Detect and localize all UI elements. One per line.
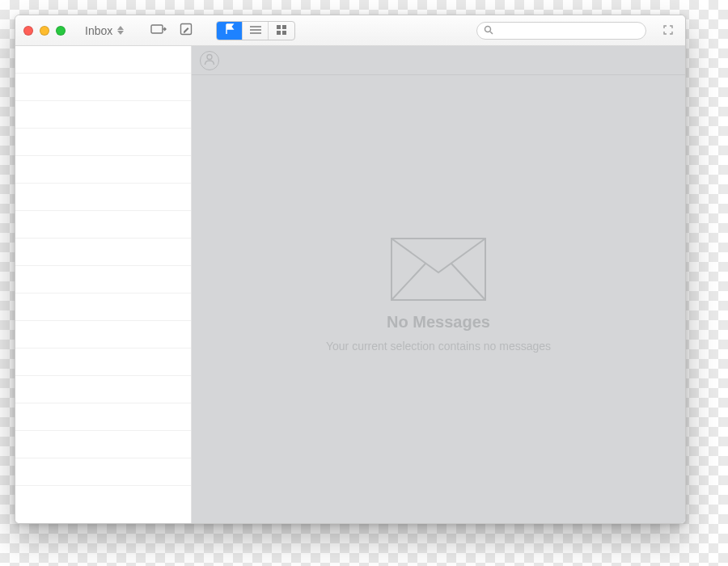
list-item[interactable] xyxy=(15,239,191,266)
mailbox-label: Inbox xyxy=(85,24,112,37)
toolbar-actions xyxy=(145,21,200,40)
list-item[interactable] xyxy=(15,431,191,458)
avatar xyxy=(200,51,219,70)
svg-rect-7 xyxy=(277,31,281,35)
list-item[interactable] xyxy=(15,46,191,74)
list-item[interactable] xyxy=(15,321,191,348)
list-item[interactable] xyxy=(15,376,191,403)
svg-point-9 xyxy=(485,26,491,32)
svg-line-10 xyxy=(490,32,493,34)
fullscreen-icon xyxy=(663,23,673,38)
list-item[interactable] xyxy=(15,294,191,321)
view-mode-segmented xyxy=(216,21,295,40)
list-item[interactable] xyxy=(15,101,191,129)
view-flag-button[interactable] xyxy=(217,22,243,40)
titlebar: Inbox xyxy=(15,15,685,46)
list-item[interactable] xyxy=(15,211,191,239)
close-icon[interactable] xyxy=(23,26,33,36)
list-item[interactable] xyxy=(15,403,191,431)
stepper-icon xyxy=(117,24,124,37)
list-item[interactable] xyxy=(15,74,191,101)
message-content-pane: No Messages Your current selection conta… xyxy=(192,46,685,523)
grid-view-icon xyxy=(277,23,286,38)
receive-mail-button[interactable] xyxy=(145,21,172,40)
window-controls xyxy=(23,26,66,36)
list-item[interactable] xyxy=(15,266,191,294)
mailbox-selector[interactable]: Inbox xyxy=(78,21,130,40)
compose-icon xyxy=(180,23,193,39)
list-item[interactable] xyxy=(15,184,191,211)
empty-state: No Messages Your current selection conta… xyxy=(192,70,685,518)
envelope-icon xyxy=(390,237,487,305)
svg-rect-6 xyxy=(282,25,286,29)
search-input[interactable] xyxy=(493,25,639,36)
svg-point-11 xyxy=(207,54,212,59)
receive-mail-icon xyxy=(150,23,167,38)
search-field[interactable] xyxy=(476,22,646,40)
empty-subtitle: Your current selection contains no messa… xyxy=(326,340,551,353)
compose-button[interactable] xyxy=(172,21,200,40)
empty-title: No Messages xyxy=(387,313,490,332)
list-item[interactable] xyxy=(15,348,191,376)
list-item[interactable] xyxy=(15,156,191,184)
flag-icon xyxy=(224,23,235,38)
minimize-icon[interactable] xyxy=(40,26,49,36)
svg-rect-0 xyxy=(151,25,163,33)
view-grid-button[interactable] xyxy=(269,22,294,40)
message-list-sidebar xyxy=(15,46,192,523)
fullscreen-button[interactable] xyxy=(659,23,677,38)
mail-window: Inbox xyxy=(15,15,686,524)
view-list-button[interactable] xyxy=(243,22,269,40)
list-item[interactable] xyxy=(15,129,191,156)
list-view-icon xyxy=(250,23,261,38)
zoom-icon[interactable] xyxy=(56,26,66,36)
person-icon xyxy=(203,53,216,69)
window-body: No Messages Your current selection conta… xyxy=(15,46,685,523)
svg-rect-8 xyxy=(282,31,286,35)
svg-rect-5 xyxy=(277,25,281,29)
search-icon xyxy=(484,23,493,38)
list-item[interactable] xyxy=(15,458,191,486)
